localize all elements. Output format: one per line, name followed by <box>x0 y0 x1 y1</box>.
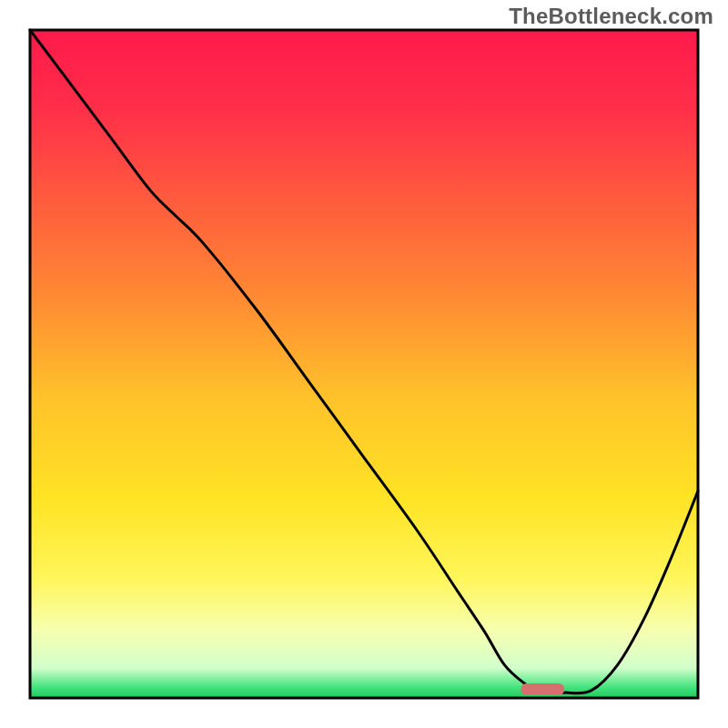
optimal-marker <box>521 683 564 695</box>
chart-container: TheBottleneck.com <box>0 0 728 728</box>
bottleneck-chart <box>0 0 728 728</box>
plot-background <box>30 30 698 698</box>
